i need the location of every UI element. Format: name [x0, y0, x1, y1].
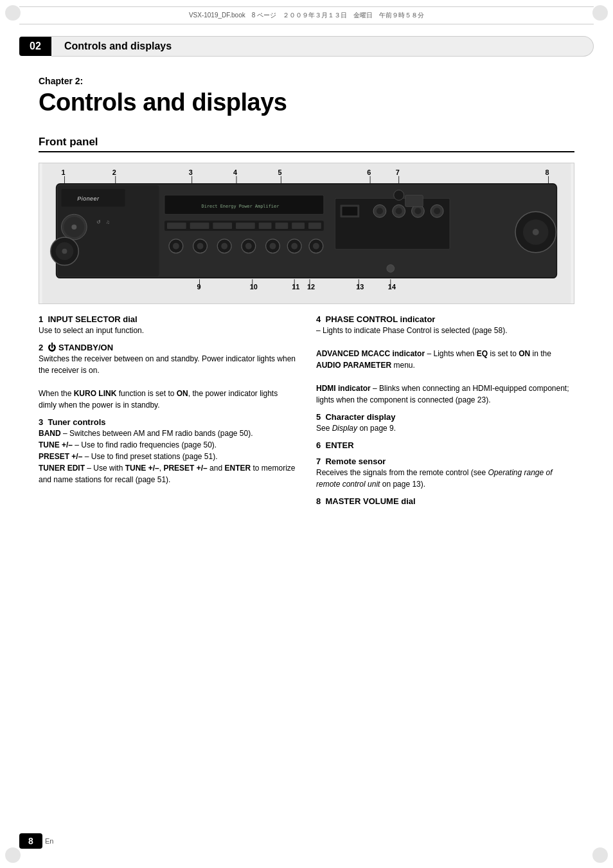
svg-rect-30 [190, 222, 209, 229]
svg-text:11: 11 [292, 283, 299, 291]
item-num-4: 4 [316, 314, 325, 324]
descriptions: 1 INPUT SELECTOR dial Use to select an i… [39, 314, 574, 512]
corner-mark-tl [5, 5, 21, 21]
svg-point-38 [173, 243, 179, 249]
item-num-5: 5 [316, 412, 325, 422]
item-num-3: 3 [39, 417, 48, 427]
svg-text:♫: ♫ [106, 219, 110, 225]
svg-rect-29 [167, 222, 186, 229]
item-num-7: 7 [316, 457, 325, 466]
desc-item-6: 6 ENTER [316, 440, 574, 450]
item-num-6: 6 [316, 440, 325, 450]
desc-item-2: 2 ⏻ STANDBY/ON Switches the receiver bet… [39, 343, 297, 411]
svg-point-82 [387, 265, 395, 273]
desc-col-right: 4 PHASE CONTROL indicator – Lights to in… [316, 314, 574, 512]
svg-text:9: 9 [197, 283, 201, 291]
svg-text:2: 2 [112, 168, 116, 176]
svg-text:↺: ↺ [96, 219, 101, 225]
item-body-4: – Lights to indicate Phase Control is se… [316, 325, 574, 406]
svg-rect-31 [213, 222, 232, 229]
item-body-1: Use to select an input function. [39, 325, 297, 336]
item-title-3: Tuner controls [48, 417, 105, 427]
svg-text:1: 1 [62, 168, 66, 176]
svg-text:14: 14 [388, 283, 396, 291]
desc-item-8: 8 MASTER VOLUME dial [316, 496, 574, 506]
item-body-7: Receives the signals from the remote con… [316, 467, 574, 490]
svg-text:3: 3 [189, 168, 193, 176]
svg-point-44 [245, 243, 252, 249]
svg-point-55 [377, 208, 383, 214]
page-number: 8 [19, 833, 42, 849]
corner-mark-br [592, 847, 608, 863]
svg-text:13: 13 [356, 283, 364, 291]
svg-point-57 [396, 208, 402, 214]
svg-rect-34 [275, 222, 288, 229]
front-panel-diagram: 1 2 3 4 5 6 7 8 Pioneer [39, 163, 574, 304]
chapter-banner: 02 Controls and displays [19, 36, 594, 57]
item-title-5: Character display [325, 412, 395, 422]
item-body-3: BAND – Switches between AM and FM radio … [39, 428, 297, 485]
svg-text:10: 10 [250, 283, 258, 291]
desc-item-1: 1 INPUT SELECTOR dial Use to select an i… [39, 314, 297, 336]
chapter-label: Chapter 2: [39, 76, 574, 86]
svg-text:8: 8 [546, 168, 549, 176]
item-title-6: ENTER [325, 440, 353, 450]
svg-point-48 [291, 243, 298, 249]
item-num-8: 8 [316, 496, 325, 506]
svg-text:4: 4 [233, 168, 237, 176]
svg-rect-62 [405, 195, 423, 207]
front-panel-svg: 1 2 3 4 5 6 7 8 Pioneer [39, 163, 574, 303]
svg-point-65 [533, 229, 539, 235]
item-num-2: 2 [39, 343, 48, 352]
item-title-2: ⏻ STANDBY/ON [48, 343, 113, 352]
chapter-title-banner: Controls and displays [51, 36, 594, 57]
svg-point-42 [221, 243, 227, 249]
desc-item-3: 3 Tuner controls BAND – Switches between… [39, 417, 297, 485]
svg-point-40 [197, 243, 204, 249]
svg-point-69 [394, 190, 404, 201]
item-num-1: 1 [39, 314, 48, 324]
corner-mark-tr [592, 5, 608, 21]
svg-rect-53 [342, 206, 357, 215]
item-title-1: INPUT SELECTOR dial [48, 314, 137, 324]
desc-item-4: 4 PHASE CONTROL indicator – Lights to in… [316, 314, 574, 406]
page-lang: En [45, 837, 53, 845]
item-title-4: PHASE CONTROL indicator [325, 314, 435, 324]
item-body-5: See Display on page 9. [316, 422, 574, 434]
svg-text:5: 5 [278, 168, 281, 176]
chapter-main-title: Controls and displays [39, 89, 574, 116]
desc-item-5: 5 Character display See Display on page … [316, 412, 574, 434]
page-header: VSX-1019_DF.book 8 ページ ２００９年３月１３日 金曜日 午前… [19, 6, 594, 24]
svg-point-61 [434, 208, 440, 214]
section-title-front-panel: Front panel [39, 136, 574, 152]
chapter-num: 02 [19, 37, 51, 56]
svg-point-68 [62, 249, 67, 254]
svg-rect-35 [292, 222, 305, 229]
svg-text:Pioneer: Pioneer [77, 195, 100, 202]
file-info: VSX-1019_DF.book 8 ページ ２００９年３月１３日 金曜日 午前… [189, 11, 424, 20]
svg-point-50 [313, 243, 319, 249]
svg-point-23 [71, 224, 76, 230]
svg-rect-33 [259, 222, 272, 229]
corner-mark-bl [5, 847, 21, 863]
svg-point-46 [270, 243, 276, 249]
svg-rect-32 [236, 222, 255, 229]
svg-text:12: 12 [307, 283, 315, 291]
svg-text:Direct Energy Power Amplifier: Direct Energy Power Amplifier [202, 204, 280, 209]
main-content: Chapter 2: Controls and displays Front p… [39, 76, 574, 512]
svg-text:6: 6 [367, 168, 371, 176]
svg-rect-36 [308, 222, 321, 229]
item-body-2: Switches the receiver between on and sta… [39, 353, 297, 411]
svg-text:7: 7 [396, 168, 400, 176]
desc-col-left: 1 INPUT SELECTOR dial Use to select an i… [39, 314, 297, 512]
desc-item-7: 7 Remote sensor Receives the signals fro… [316, 457, 574, 490]
svg-point-59 [414, 208, 421, 214]
item-title-8: MASTER VOLUME dial [325, 496, 415, 506]
item-title-7: Remote sensor [325, 457, 386, 466]
page-footer: 8 En [0, 833, 613, 849]
